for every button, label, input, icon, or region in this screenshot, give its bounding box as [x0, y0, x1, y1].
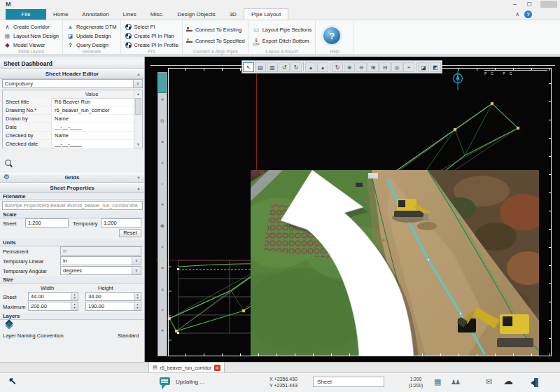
maximum-height-stepper[interactable]: 190.00▲▼ — [85, 302, 141, 311]
header-filter-dropdown[interactable]: Compulsory∨ — [2, 79, 143, 88]
snap-tool-icon[interactable]: × — [158, 263, 167, 272]
undo-button[interactable]: ↺ — [279, 62, 290, 72]
snap-tool-icon[interactable]: ▫ — [158, 179, 167, 188]
tab-misc[interactable]: Misc. — [144, 9, 171, 20]
exit-icon[interactable] — [526, 378, 538, 387]
save-button[interactable]: ▤ — [255, 62, 266, 72]
layout-pipe-sections-button[interactable]: ▭Layout Pipe Sections — [253, 25, 312, 34]
layers-icon[interactable] — [6, 320, 15, 329]
table-scrollbar[interactable]: ▲ ▼ — [134, 90, 142, 148]
snap-tool-icon[interactable]: ▵ — [158, 284, 167, 293]
save-as-button[interactable]: ▥ — [267, 62, 278, 72]
select-pi-button[interactable]: Select PI — [125, 22, 178, 31]
spinner-arrows-icon[interactable]: ▲▼ — [134, 302, 141, 310]
corner-tool-button[interactable]: ◩ — [430, 62, 441, 72]
zoom-in-button[interactable]: ⊕ — [344, 62, 355, 72]
table-row[interactable]: Checked byName — [3, 132, 134, 140]
layer-naming-value[interactable]: Standard — [118, 332, 139, 339]
document-tab[interactable]: ▤ r6_beaver_run_corridor × — [148, 363, 225, 373]
spinner-arrows-icon[interactable]: ▲▼ — [71, 302, 78, 310]
snap-tool-icon[interactable]: ⊗ — [158, 221, 167, 230]
tab-lines[interactable]: Lines — [116, 9, 144, 20]
close-tab-icon[interactable]: × — [214, 365, 220, 371]
tab-file[interactable]: File — [6, 9, 46, 20]
export-ditch-bottom-button[interactable]: ⇓DXFExport Ditch Bottom — [253, 36, 312, 46]
snap-tool-icon[interactable]: ⊙ — [158, 116, 167, 125]
minimize-button[interactable]: – — [513, 0, 517, 8]
snap-tool-icon[interactable]: ∘ — [158, 305, 167, 314]
chevron-down-icon[interactable]: ∨ — [132, 257, 141, 265]
mode-select[interactable]: Sheet — [313, 377, 384, 387]
create-pi-in-plan-button[interactable]: Create PI In Plan — [125, 31, 178, 41]
table-row[interactable]: Sheet titleR6 Beaver Run — [3, 98, 134, 106]
snap-tool-icon[interactable]: + — [158, 326, 167, 335]
collapse-icon[interactable]: ▲ — [136, 70, 141, 78]
help-icon[interactable]: ? — [524, 10, 532, 18]
connect-to-specified-button[interactable]: Connect To Specified — [186, 36, 245, 46]
reset-button[interactable]: Reset — [119, 229, 141, 237]
maximum-width-stepper[interactable]: 200.00▲▼ — [28, 302, 78, 311]
scroll-down-icon[interactable]: ▼ — [134, 141, 142, 148]
mail-icon[interactable]: ✉ — [486, 377, 492, 386]
raise-top-button[interactable]: ▴ — [317, 62, 328, 72]
scroll-up-icon[interactable]: ▲ — [134, 90, 142, 97]
zoom-selected-button[interactable]: ◪ — [418, 62, 429, 72]
spinner-arrows-icon[interactable]: ▲▼ — [71, 293, 78, 300]
connect-to-existing-button[interactable]: Connect To Existing — [186, 25, 245, 34]
search-icon[interactable] — [5, 160, 11, 166]
close-button[interactable] — [540, 1, 557, 8]
filename-field[interactable]: ika\Pipe Projects\R6 Beaver Run\r6_beave… — [2, 201, 143, 210]
collapse-icon[interactable]: ▲ — [136, 184, 141, 192]
zoom-previous-button[interactable]: ⊟ — [379, 62, 391, 72]
export-grid-icon[interactable]: ▦ — [434, 377, 441, 386]
gear-icon[interactable]: ⚙ — [4, 173, 10, 181]
sheet-header-editor-header[interactable]: Sheet Header Editor▲ — [0, 69, 144, 79]
table-row[interactable]: Checked date__-__-____ — [3, 140, 134, 148]
maximize-button[interactable]: ▢ — [526, 0, 532, 8]
pan-button[interactable]: + — [403, 62, 414, 72]
snap-tool-icon[interactable]: + — [158, 200, 167, 209]
layout-new-design-button[interactable]: ▦Layout New Design — [4, 31, 59, 41]
sheet-properties-header[interactable]: Sheet Properties▲ — [0, 183, 144, 193]
scrollbar-thumb[interactable] — [135, 98, 141, 115]
select-tool-button[interactable]: ↖ — [243, 62, 254, 72]
create-corridor-button[interactable]: ∧Create Corridor — [4, 22, 59, 31]
grids-header[interactable]: Grids▼ — [0, 173, 144, 183]
refresh-button[interactable]: ↻ — [332, 62, 343, 72]
help-button[interactable]: ? — [323, 27, 340, 44]
tab-design-objects[interactable]: Design Objects — [170, 9, 222, 20]
collapse-ribbon-icon[interactable]: ∧ — [515, 11, 519, 18]
table-row[interactable]: Date__-__-____ — [3, 123, 134, 132]
snap-tool-icon[interactable]: + — [158, 95, 167, 104]
snap-tool-icon[interactable]: ∘ — [158, 158, 167, 167]
table-row[interactable]: Drawing No.*r6_beaver_run_corridor — [3, 106, 134, 115]
temporary-angular-select[interactable]: degrees∨ — [60, 266, 141, 275]
raise-view-button[interactable]: ▴ — [305, 62, 316, 72]
tab-pipe-layout[interactable]: Pipe Layout — [244, 8, 288, 20]
table-row[interactable]: Drawn byName — [3, 115, 134, 123]
collapse-icon[interactable]: ▼ — [136, 174, 141, 182]
snap-tool-icon[interactable]: ∘ — [158, 242, 167, 251]
chevron-down-icon[interactable]: ∨ — [132, 267, 141, 274]
redo-button[interactable]: ↻ — [290, 62, 302, 72]
chevron-down-icon[interactable]: ∨ — [133, 80, 142, 88]
snap-toolbar-header[interactable] — [158, 73, 167, 93]
temporary-scale-field[interactable]: 1:200 — [101, 218, 141, 227]
collaborate-icon[interactable]: ♟♟ — [451, 379, 459, 386]
sheet-width-stepper[interactable]: 44.00▲▼ — [28, 292, 78, 301]
zoom-out-button[interactable]: ⊖ — [356, 62, 367, 72]
tab-annotation[interactable]: Annotation — [75, 9, 115, 20]
sheet-height-stepper[interactable]: 34.00▲▼ — [85, 292, 141, 301]
sheet-scale-field[interactable]: 1:200 — [25, 218, 69, 227]
cad-viewport[interactable]: PC PC ↖ ▤ ▥ ↺ ↻ ▴ ▴ ↻ ⊕ ⊖ ⊞ — [145, 57, 560, 362]
snap-tool-icon[interactable]: × — [158, 137, 167, 146]
tab-home[interactable]: Home — [46, 9, 75, 20]
regenerate-dtm-button[interactable]: ▲Regenerate DTM — [66, 22, 117, 31]
update-design-button[interactable]: ◪Update Design — [66, 31, 117, 41]
cloud-icon[interactable]: ☁ — [503, 375, 513, 386]
temporary-linear-select[interactable]: in∨ — [60, 256, 141, 265]
zoom-window-button[interactable]: ⊞ — [368, 62, 379, 72]
spinner-arrows-icon[interactable]: ▲▼ — [134, 293, 141, 300]
zoom-extents-button[interactable]: ◎ — [391, 62, 402, 72]
tab-3d[interactable]: 3D — [223, 9, 244, 20]
